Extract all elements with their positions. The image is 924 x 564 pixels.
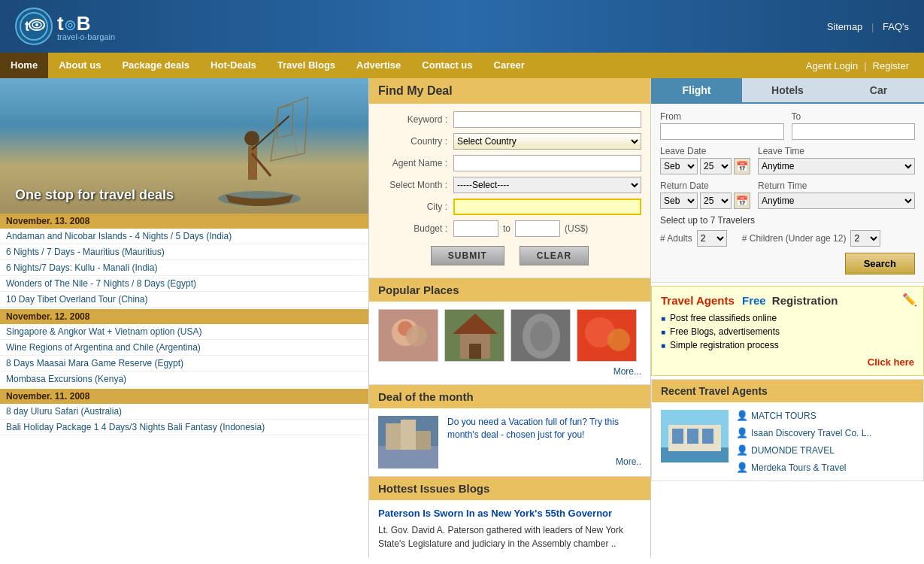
country-select[interactable]: Select Country — [453, 133, 641, 150]
articles: November. 13. 2008 Andaman and Nicobar I… — [0, 214, 368, 435]
find-deal-box: Find My Deal Keyword : Country : Select … — [369, 78, 650, 278]
fisherman-svg — [211, 93, 308, 210]
clear-button[interactable]: CLEAR — [520, 246, 589, 265]
tab-flight[interactable]: Flight — [651, 78, 742, 102]
agent-link-3[interactable]: DUMONDE TRAVEL — [751, 445, 835, 456]
return-cal-icon[interactable]: 📅 — [734, 193, 750, 209]
agent-person-icon-3: 👤 — [736, 444, 748, 456]
popular-img-2 — [444, 309, 504, 362]
nav-left: Home About us Package deals Hot-Deals Tr… — [0, 53, 535, 78]
bullet-icon-1: ■ — [661, 314, 665, 323]
header-links: Sitemap | FAQ's — [827, 21, 909, 32]
article-link[interactable]: 8 day Uluru Safari (Australia) — [0, 404, 368, 420]
nav-hotdeals[interactable]: Hot-Deals — [200, 53, 267, 78]
hero-image: One stop for travel deals — [0, 78, 368, 214]
agents-title-rest: Registration — [772, 294, 838, 307]
recent-agents-links: 👤 MATCH TOURS 👤 Isaan Discovery Travel C… — [736, 410, 871, 473]
return-time-select[interactable]: Anytime — [758, 193, 915, 209]
bullet-icon-2: ■ — [661, 328, 665, 336]
blog-title-link[interactable]: Paterson Is Sworn In as New York's 55th … — [378, 508, 612, 519]
tab-car[interactable]: Car — [833, 78, 924, 102]
article-link[interactable]: 10 Day Tibet Overland Tour (China) — [0, 292, 368, 308]
budget-label: Budget : — [378, 223, 453, 234]
budget-min-input[interactable] — [453, 220, 498, 237]
country-row: Country : Select Country — [378, 133, 641, 150]
nav-home[interactable]: Home — [0, 53, 48, 78]
svg-text:t: t — [25, 19, 29, 34]
deal-link[interactable]: Do you need a Vacation full of fun? Try … — [447, 417, 619, 440]
leave-day-select[interactable]: 25 — [700, 158, 732, 174]
date-header-1: November. 13. 2008 — [0, 214, 368, 229]
keyword-input[interactable] — [453, 111, 641, 128]
month-select[interactable]: -----Select---- — [453, 177, 641, 193]
agent-login-link[interactable]: Agent Login — [806, 60, 858, 71]
city-input[interactable] — [453, 199, 641, 215]
deal-more-link[interactable]: More.. — [616, 456, 641, 467]
sitemap-link[interactable]: Sitemap — [827, 21, 863, 32]
from-group: From — [660, 111, 784, 140]
nav-about[interactable]: About us — [48, 53, 111, 78]
return-month-select[interactable]: Seb — [660, 193, 698, 209]
nav-career[interactable]: Career — [483, 53, 535, 78]
popular-places-body: More... — [369, 302, 650, 384]
flight-form: From To Leave Date Seb — [651, 104, 924, 283]
popular-grid — [378, 309, 641, 362]
article-link[interactable]: 8 Days Maasai Mara Game Reserve (Egypt) — [0, 356, 368, 371]
nav-advertise[interactable]: Advertise — [346, 53, 411, 78]
nav: Home About us Package deals Hot-Deals Tr… — [0, 53, 924, 78]
article-link[interactable]: Wine Regions of Argentina and Chile (Arg… — [0, 340, 368, 356]
faq-link[interactable]: FAQ's — [883, 21, 909, 32]
adults-group: # Adults 2 — [660, 230, 727, 247]
to-input[interactable] — [792, 123, 916, 140]
leave-cal-icon[interactable]: 📅 — [734, 158, 750, 174]
leave-month-select[interactable]: Seb — [660, 158, 698, 174]
children-select[interactable]: 2 — [850, 230, 880, 247]
deal-img — [378, 416, 438, 468]
agent-row-3: 👤 DUMONDE TRAVEL — [736, 444, 871, 456]
nav-right: Agent Login | Register — [806, 60, 924, 71]
agent-link-1[interactable]: MATCH TOURS — [751, 411, 816, 421]
agent-name-label: Agent Name : — [378, 158, 453, 168]
leave-time-select[interactable]: Anytime — [758, 158, 915, 174]
nav-packages[interactable]: Package deals — [111, 53, 200, 78]
hero-tagline: One stop for travel deals — [15, 187, 174, 203]
country-label: Country : — [378, 136, 453, 147]
to-label: To — [792, 111, 916, 122]
children-label: # Children (Under age 12) — [742, 233, 847, 244]
pen-icon: ✏️ — [902, 293, 917, 307]
return-day-select[interactable]: 25 — [700, 193, 732, 209]
from-input[interactable] — [660, 123, 784, 140]
article-link[interactable]: 6 Nights/7 Days: Kullu - Manali (India) — [0, 260, 368, 276]
month-label: Select Month : — [378, 180, 453, 190]
article-link[interactable]: Wonders of The Nile - 7 Nights / 8 Days … — [0, 276, 368, 292]
return-time-label: Return Time — [758, 180, 915, 191]
article-link[interactable]: 6 Nights / 7 Days - Mauritius (Mauritius… — [0, 244, 368, 260]
article-link[interactable]: Andaman and Nicobar Islands - 4 Nights /… — [0, 229, 368, 244]
nav-blogs[interactable]: Travel Blogs — [267, 53, 346, 78]
agent-link-4[interactable]: Merdeka Tours & Travel — [751, 462, 847, 473]
agent-link-2[interactable]: Isaan Discovery Travel Co. L.. — [751, 428, 871, 438]
from-label: From — [660, 111, 784, 122]
popular-more-link[interactable]: More... — [613, 366, 641, 377]
logo-t: t — [57, 12, 64, 35]
return-time-group: Return Time Anytime — [758, 180, 915, 209]
nav-contact[interactable]: Contact us — [411, 53, 483, 78]
click-here-link[interactable]: Click here — [868, 356, 914, 368]
agent-item-text-3: Simple registration process — [670, 340, 779, 350]
article-link[interactable]: Singapore & Angkor Wat + Vietnam option … — [0, 324, 368, 340]
article-link[interactable]: Bali Holiday Package 1 4 Days/3 Nights B… — [0, 420, 368, 435]
leave-time-group: Leave Time Anytime — [758, 146, 915, 174]
budget-max-input[interactable] — [515, 220, 560, 237]
submit-button[interactable]: SUBMIT — [431, 246, 504, 265]
blog-excerpt: Lt. Gov. David A. Paterson gathered with… — [378, 523, 641, 550]
article-link[interactable]: Mombasa Excursions (Kenya) — [0, 371, 368, 387]
month-row: Select Month : -----Select---- — [378, 177, 641, 193]
tab-hotels[interactable]: Hotels — [742, 78, 833, 102]
register-link[interactable]: Register — [873, 60, 909, 71]
budget-to: to — [503, 223, 510, 234]
agent-name-input[interactable] — [453, 155, 641, 171]
search-button[interactable]: Search — [845, 253, 915, 274]
svg-point-6 — [244, 131, 259, 146]
agent-item-2: ■ Free Blogs, advertisements — [661, 326, 914, 337]
adults-select[interactable]: 2 — [697, 230, 727, 247]
